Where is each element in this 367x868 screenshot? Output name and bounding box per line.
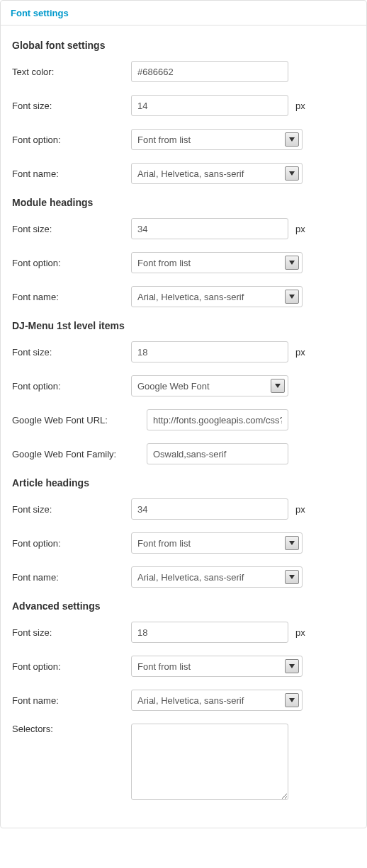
module-font-option-value: Font from list — [132, 258, 285, 268]
chevron-down-icon — [285, 693, 299, 707]
djmenu-gwf-family-input[interactable] — [147, 443, 288, 464]
djmenu-gwf-url-input[interactable] — [147, 409, 288, 430]
article-font-option-row: Font option: Font from list — [12, 532, 355, 554]
advanced-font-size-label: Font size: — [12, 627, 131, 638]
module-font-name-select[interactable]: Arial, Helvetica, sans-serif — [131, 286, 303, 307]
djmenu-gwf-family-label: Google Web Font Family: — [12, 449, 147, 459]
global-font-option-label: Font option: — [12, 135, 131, 145]
module-font-name-value: Arial, Helvetica, sans-serif — [132, 292, 285, 302]
advanced-font-size-suffix: px — [295, 627, 305, 638]
module-font-option-select[interactable]: Font from list — [131, 252, 303, 273]
svg-marker-7 — [289, 664, 295, 668]
section-djmenu-title: DJ-Menu 1st level items — [12, 320, 355, 331]
chevron-down-icon — [271, 379, 285, 393]
global-font-option-row: Font option: Font from list — [12, 129, 355, 150]
section-article-title: Article headings — [12, 477, 355, 489]
global-font-name-label: Font name: — [12, 169, 131, 179]
djmenu-gwf-url-row: Google Web Font URL: — [12, 409, 355, 430]
advanced-selectors-control — [131, 724, 288, 802]
article-font-size-row: Font size: px — [12, 498, 355, 520]
panel-title: Font settings — [1, 1, 366, 25]
svg-marker-5 — [289, 541, 295, 545]
svg-marker-8 — [289, 698, 295, 702]
djmenu-gwf-url-control — [147, 409, 288, 430]
chevron-down-icon — [285, 290, 299, 304]
global-font-name-control: Arial, Helvetica, sans-serif — [131, 163, 303, 184]
svg-marker-3 — [289, 295, 295, 299]
global-text-color-row: Text color: — [12, 61, 355, 82]
module-font-size-row: Font size: px — [12, 218, 355, 239]
advanced-font-option-control: Font from list — [131, 656, 303, 677]
global-font-option-select[interactable]: Font from list — [131, 129, 303, 150]
chevron-down-icon — [285, 256, 299, 270]
global-text-color-control — [131, 61, 288, 82]
font-settings-panel: Font settings Global font settings Text … — [0, 0, 367, 828]
chevron-down-icon — [285, 536, 299, 550]
advanced-selectors-textarea[interactable] — [131, 724, 288, 800]
global-font-option-control: Font from list — [131, 129, 303, 150]
article-font-option-select[interactable]: Font from list — [131, 532, 303, 554]
article-font-name-value: Arial, Helvetica, sans-serif — [132, 572, 285, 583]
article-font-name-label: Font name: — [12, 572, 131, 583]
advanced-font-name-label: Font name: — [12, 695, 131, 706]
advanced-selectors-row: Selectors: — [12, 724, 355, 802]
global-font-size-row: Font size: px — [12, 95, 355, 116]
advanced-font-option-row: Font option: Font from list — [12, 656, 355, 677]
chevron-down-icon — [285, 570, 299, 584]
module-font-size-input[interactable] — [131, 218, 288, 239]
djmenu-font-option-control: Google Web Font — [131, 375, 288, 396]
advanced-font-size-input[interactable] — [131, 622, 288, 643]
advanced-font-name-select[interactable]: Arial, Helvetica, sans-serif — [131, 690, 303, 711]
global-text-color-label: Text color: — [12, 67, 131, 77]
module-font-size-control — [131, 218, 288, 239]
advanced-font-option-value: Font from list — [132, 661, 285, 672]
global-text-color-input[interactable] — [131, 61, 288, 82]
article-font-size-label: Font size: — [12, 504, 131, 515]
advanced-font-option-select[interactable]: Font from list — [131, 656, 303, 677]
svg-marker-6 — [289, 575, 295, 579]
advanced-font-option-label: Font option: — [12, 661, 131, 672]
article-font-name-select[interactable]: Arial, Helvetica, sans-serif — [131, 566, 303, 588]
djmenu-font-size-control — [131, 341, 288, 362]
djmenu-font-size-row: Font size: px — [12, 341, 355, 362]
article-font-name-control: Arial, Helvetica, sans-serif — [131, 566, 303, 588]
chevron-down-icon — [285, 659, 299, 673]
global-font-option-value: Font from list — [132, 135, 285, 145]
article-font-name-row: Font name: Arial, Helvetica, sans-serif — [12, 566, 355, 588]
djmenu-font-size-label: Font size: — [12, 347, 131, 358]
module-font-size-label: Font size: — [12, 224, 131, 234]
article-font-option-label: Font option: — [12, 538, 131, 549]
module-font-option-control: Font from list — [131, 252, 303, 273]
global-font-name-value: Arial, Helvetica, sans-serif — [132, 169, 285, 179]
svg-marker-4 — [275, 384, 281, 388]
article-font-option-control: Font from list — [131, 532, 303, 554]
svg-marker-0 — [289, 137, 295, 142]
module-font-option-row: Font option: Font from list — [12, 252, 355, 273]
panel-body: Global font settings Text color: Font si… — [1, 25, 366, 828]
section-module-title: Module headings — [12, 197, 355, 208]
advanced-font-name-row: Font name: Arial, Helvetica, sans-serif — [12, 690, 355, 711]
djmenu-font-size-suffix: px — [295, 347, 305, 358]
article-font-size-control — [131, 498, 288, 520]
djmenu-gwf-family-row: Google Web Font Family: — [12, 443, 355, 464]
article-font-option-value: Font from list — [132, 538, 285, 549]
advanced-font-size-row: Font size: px — [12, 622, 355, 643]
article-font-size-input[interactable] — [131, 498, 288, 520]
djmenu-font-option-select[interactable]: Google Web Font — [131, 375, 288, 396]
global-font-name-row: Font name: Arial, Helvetica, sans-serif — [12, 163, 355, 184]
section-global-title: Global font settings — [12, 40, 355, 51]
advanced-selectors-label: Selectors: — [12, 724, 131, 734]
global-font-name-select[interactable]: Arial, Helvetica, sans-serif — [131, 163, 303, 184]
chevron-down-icon — [285, 166, 299, 181]
module-font-name-row: Font name: Arial, Helvetica, sans-serif — [12, 286, 355, 307]
global-font-size-label: Font size: — [12, 101, 131, 111]
advanced-font-name-value: Arial, Helvetica, sans-serif — [132, 695, 285, 706]
global-font-size-control — [131, 95, 288, 116]
advanced-font-size-control — [131, 622, 288, 643]
djmenu-font-option-row: Font option: Google Web Font — [12, 375, 355, 396]
djmenu-font-option-value: Google Web Font — [132, 381, 271, 392]
svg-marker-2 — [289, 261, 295, 265]
djmenu-font-size-input[interactable] — [131, 341, 288, 362]
djmenu-gwf-family-control — [147, 443, 288, 464]
global-font-size-input[interactable] — [131, 95, 288, 116]
